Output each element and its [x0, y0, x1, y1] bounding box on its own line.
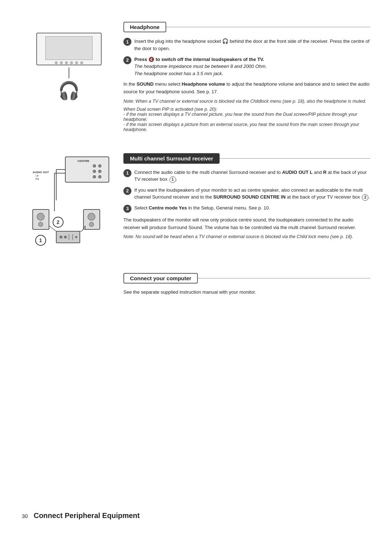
svg-point-5 [98, 164, 101, 167]
surround-header: Multi channel Surround receiver [123, 153, 370, 164]
svg-text:L●: L● [36, 174, 38, 177]
svg-point-19 [88, 213, 95, 220]
svg-point-26 [75, 236, 77, 238]
computer-header: Connect your computer [123, 273, 370, 284]
step-1-num: 1 [123, 38, 131, 46]
page-number: 30 [22, 513, 28, 519]
header-line [166, 27, 370, 27]
svg-point-7 [98, 175, 101, 178]
svg-point-20 [89, 222, 94, 227]
headphone-step-2: 2 Press 🔇 to switch off the internal lou… [123, 56, 370, 77]
headphone-body1: In the SOUND menu select Headphone volum… [123, 81, 370, 96]
headphone-step-1: 1 Insert the plug into the headphone soc… [123, 37, 370, 52]
tv-dot [80, 61, 83, 64]
step-1-text: Insert the plug into the headphone socke… [134, 37, 370, 52]
surround-step-1-text: Connect the audio cable to the multi cha… [134, 169, 370, 183]
tv-dot [55, 61, 58, 64]
surround-step-2-num: 2 [123, 187, 131, 195]
headphone-steps: 1 Insert the plug into the headphone soc… [123, 37, 370, 77]
step-2-num: 2 [123, 56, 131, 64]
headphone-icon: 🎧 [58, 81, 80, 101]
svg-point-2 [93, 164, 96, 167]
surround-step-2: 2 If you want the loudspeakers of your m… [123, 187, 370, 201]
headphone-content: Headphone 1 Insert the plug into the hea… [123, 22, 370, 135]
footer-title: Connect Peripheral Equipment [34, 511, 140, 520]
tv-dot [65, 61, 68, 64]
surround-section: CENTRE AUDIO OUT L● R● [22, 153, 370, 255]
surround-step-2-text: If you want the loudspeakers of your mon… [134, 187, 370, 201]
svg-point-17 [38, 222, 43, 227]
headphone-note2: When Dual screen PIP is activated (see p… [123, 107, 370, 132]
surround-note: Note: No sound will be heard when a TV c… [123, 234, 370, 239]
headphone-header: Headphone [123, 22, 370, 32]
svg-point-23 [64, 236, 67, 239]
headphone-title: Headphone [123, 22, 166, 32]
svg-text:2: 2 [57, 219, 60, 225]
surround-header-line [220, 158, 370, 159]
tv-receiver-box [36, 33, 102, 65]
surround-title: Multi channel Surround receiver [123, 153, 220, 164]
surround-illustration: CENTRE AUDIO OUT L● R● [22, 153, 116, 255]
svg-text:AUDIO OUT: AUDIO OUT [33, 171, 49, 174]
computer-illustration [22, 273, 116, 299]
surround-step-3-text: Select Centre mode Yes in the Setup, Gen… [134, 204, 370, 212]
svg-text:CENTRE: CENTRE [78, 159, 90, 163]
tv-dot [75, 61, 78, 64]
svg-point-6 [98, 170, 101, 173]
surround-body1: The loudspeakers of the monitor will now… [123, 216, 370, 232]
svg-point-3 [93, 170, 96, 173]
tv-dot [60, 61, 63, 64]
computer-section: Connect your computer See the separate s… [22, 273, 370, 299]
computer-header-line [198, 278, 370, 278]
step-2-text: Press 🔇 to switch off the internal louds… [134, 56, 370, 77]
svg-text:1: 1 [39, 237, 42, 243]
computer-body: See the separate supplied instruction ma… [123, 289, 370, 296]
svg-point-4 [93, 175, 96, 178]
surround-steps: 1 Connect the audio cable to the multi c… [123, 169, 370, 213]
tv-controls [37, 61, 101, 64]
headphone-section: 🎧 Headphone 1 Insert the plug into the h… [22, 22, 370, 135]
tv-screen [45, 36, 93, 60]
headphone-illustration: 🎧 [22, 22, 116, 135]
surround-content: Multi channel Surround receiver 1 Connec… [123, 153, 370, 255]
headphone-note1: Note: When a TV channel or external sour… [123, 99, 370, 104]
tv-dot [70, 61, 73, 64]
surround-svg: CENTRE AUDIO OUT L● R● [22, 153, 116, 255]
surround-step-1: 1 Connect the audio cable to the multi c… [123, 169, 370, 183]
computer-content: Connect your computer See the separate s… [123, 273, 370, 299]
surround-step-1-num: 1 [123, 169, 131, 177]
computer-title: Connect your computer [123, 273, 198, 284]
svg-point-16 [37, 213, 44, 220]
svg-text:R●: R● [36, 178, 39, 180]
surround-step-3-num: 3 [123, 205, 131, 213]
cable-vertical [69, 68, 69, 78]
svg-point-22 [60, 236, 62, 239]
surround-step-3: 3 Select Centre mode Yes in the Setup, G… [123, 204, 370, 213]
page-footer: 30 Connect Peripheral Equipment [22, 511, 140, 520]
